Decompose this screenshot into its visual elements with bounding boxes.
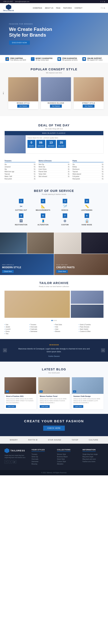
blog-card-3-title: Summer Cloth Design [73, 395, 102, 397]
blog-img-1: 19 [4, 377, 36, 394]
footer-link-custom[interactable]: Custom Style [57, 461, 78, 462]
footer-link-biz-blazer[interactable]: Business Blazer [57, 456, 78, 458]
blog-card-3-body: Summer Cloth Design SINGLE BLOG HERE SIN… [72, 394, 104, 409]
deal-description: Classic blazer for men - premium quality… [27, 137, 102, 139]
blog-read-btn-2[interactable]: Learn more [40, 405, 50, 408]
footer-gplus-icon[interactable]: g+ [13, 460, 16, 464]
archive-main-image [4, 291, 70, 318]
service-custom: 7 ⚙ CUSTOM [55, 214, 75, 226]
size-col-trousers-title: Trousers [4, 160, 36, 162]
handmade-icon: 👔 [77, 219, 97, 223]
size-col-skirts-title: Skirts & Dresses [39, 160, 70, 162]
footer-link-woman[interactable]: Woman Style [57, 454, 78, 455]
archive-dot-1[interactable] [52, 320, 53, 321]
footer-styles-title: Your Styles [32, 449, 45, 452]
footer-link-trousers[interactable]: Trousers [32, 454, 53, 455]
blog-card-2: 19 Women Fashion Trend SINGLE BLOG HERE … [38, 377, 70, 409]
archive-dot-2[interactable] [54, 320, 54, 321]
nav-about[interactable]: ABOUT US [45, 7, 53, 9]
promo-title-2: CREATE PANTS [56, 266, 106, 269]
blog-img-2: 19 [38, 377, 70, 394]
blog-read-btn-3[interactable]: Learn more [73, 405, 83, 408]
tw-icon[interactable]: t [102, 7, 103, 9]
blog-date-3: 22 [73, 390, 76, 393]
service-bodice: 3 🪡 BODICE [55, 199, 75, 211]
service-lenthening: 4 📏 LENTHENING [77, 199, 97, 211]
blog-section-title: LATEST BLOG Our recent post [4, 363, 104, 375]
cta-title: CREATE YOUR BEST FASHION [4, 419, 104, 423]
footer-link-info-2[interactable]: Blog here single [83, 456, 104, 458]
cta-button[interactable]: Check Here [43, 426, 65, 431]
fb-icon[interactable]: f [101, 7, 101, 9]
testimonial-next-button[interactable]: › [101, 348, 105, 352]
service-bodice-label: BODICE [55, 209, 75, 211]
deal-info: Classic blazer for men - premium quality… [26, 135, 103, 153]
timer-millisec-label: MILLISEC [58, 145, 64, 147]
nav-contact[interactable]: CONTACT [75, 7, 82, 9]
copyright-text: © 2021 Tailoress. All Rights Reserved. [41, 472, 67, 474]
money-title: MONEY GUARANTEE [36, 58, 53, 59]
testimonial-prev-button[interactable]: ‹ [3, 348, 7, 352]
footer-link-info-4[interactable]: Fashion arcu lorem [83, 461, 104, 462]
archive-dot-3[interactable] [55, 320, 56, 321]
archive-tags: Suit Jacket Lounch Dress Ties Trousers O… [4, 322, 104, 336]
footer-link-street-style[interactable]: Street Style [57, 458, 78, 460]
support-icon: 💬 [82, 57, 86, 61]
archive-tag-ties: Ties [4, 332, 29, 335]
deal-title: DEAL OF THE DAY [7, 124, 101, 127]
street-style-btn[interactable]: Get Started [83, 104, 95, 108]
linkedin-icon-top[interactable]: in [104, 1, 105, 2]
woman-style-btn[interactable]: Get Started [17, 104, 29, 108]
footer-link-street[interactable]: Street Zip [32, 456, 53, 458]
woman-style-image [8, 77, 38, 101]
feature-support-text: ONLINE SUPPORT We support 24/7 online [87, 58, 103, 61]
promo-btn-1[interactable]: Check Here [2, 270, 14, 273]
email-address: demo@example.com [15, 1, 29, 2]
size-row: Bottop51 [72, 166, 104, 168]
service-section-title: BEST OF OUR SERVICE Provide tailoring & … [4, 185, 104, 196]
size-row: Disclosure51 [72, 168, 104, 170]
footer-link-blousing[interactable]: Blousing [32, 463, 53, 465]
blog-read-btn-1[interactable]: Learn more [6, 405, 16, 408]
in-icon[interactable]: in [104, 7, 105, 9]
twitter-icon-top[interactable]: t [102, 1, 103, 2]
archive-col-4: Suits & Tuxedos Party Dresses Sport Jack… [79, 324, 104, 335]
archive-tag-vest: Vest [54, 326, 79, 328]
features-bar: 🚚 FREE SHIPPING Free delivery over $100 … [0, 55, 108, 63]
promo-banner-modern: New Arrivals MODERN STYLE Check Here [0, 254, 54, 275]
archive-tag-swimwear: Swimwear [29, 330, 54, 332]
archive-tag-overcoats: Overcoats [29, 326, 54, 328]
footer-link-info-3[interactable]: Blog back and more [83, 458, 104, 460]
deal-timer: 0 HOURS 06 MINUTES 13 SECONDS 35 MILLISE… [27, 140, 102, 148]
feature-item-guarantee: 🔄 ITEM GUARANTEE We guarantee all items [57, 57, 78, 61]
footer-link-info-1[interactable]: Single blog here single [83, 454, 104, 455]
service-title: BEST OF OUR SERVICE [7, 189, 101, 193]
concept-section-title: POPULAR CONSEPT STYLE We improve over ti… [0, 63, 108, 75]
promo-btn-2[interactable]: Check Here [56, 270, 68, 273]
footer-link-overcoats[interactable]: Overcoats [32, 458, 53, 460]
footer-fb-icon[interactable]: f [4, 460, 8, 464]
item-icon: 🔄 [57, 57, 61, 61]
size-row: Street Zip31 [39, 166, 70, 168]
testimonial-section: ‹ ★★★★★ Maecenas lobortis nii Consequat.… [0, 339, 108, 362]
partner-tatop: TATOP [72, 439, 78, 441]
footer-col-info: Information Single blog here single Blog… [83, 448, 104, 466]
footer-link-alteration[interactable]: Alteration [57, 463, 78, 465]
nav-homepage[interactable]: HOMEPAGE [33, 7, 42, 9]
archive-tag-jacket: Jacket [4, 326, 29, 328]
service-lenthening-label: LENTHENING [77, 209, 97, 211]
hero-tagline: FASHION FOR BRANDS [9, 23, 52, 25]
hero-title: We Create FashionStyle for Brands [9, 26, 52, 38]
blazer-style-btn[interactable]: Get Started [50, 104, 62, 108]
facebook-icon-top[interactable]: f [101, 1, 101, 2]
nav-features[interactable]: FEATURES [63, 7, 72, 9]
size-row: Real jacket51 [72, 178, 104, 180]
nav-page[interactable]: PAGE [56, 7, 60, 9]
timer-hours: 0 HOURS [27, 140, 35, 148]
partners-bar: WINERY RHYTH M STAR SOUND TATOP CULTURE [0, 436, 108, 444]
feature-item-text: ITEM GUARANTEE We guarantee all items [62, 58, 78, 61]
hero-cta-button[interactable]: Discover Now [9, 40, 30, 45]
footer-tw-icon[interactable]: t [9, 460, 12, 464]
footer-link-swimwear[interactable]: Swimwear [32, 461, 53, 462]
phone-number: +098 123 4567 [3, 1, 13, 2]
